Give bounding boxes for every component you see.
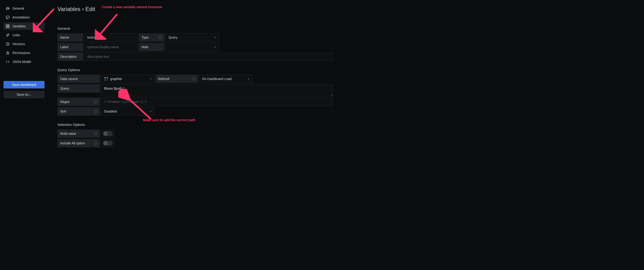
data-source-select[interactable]: graphite ▾ bbox=[101, 75, 154, 83]
sidebar-label: General bbox=[12, 6, 24, 10]
query-options-section: Query Options Data source graphite ▾ Ref… bbox=[58, 68, 635, 116]
main-content: Variables › Edit General Name Type i Que… bbox=[48, 0, 644, 270]
sidebar-label: Annotations bbox=[12, 15, 30, 19]
name-input[interactable] bbox=[84, 33, 138, 42]
refresh-select[interactable]: On Dashboard Load ▾ bbox=[199, 75, 252, 83]
link-icon bbox=[6, 33, 10, 37]
general-section: General Name Type i Query ▾ Label Hide ▾… bbox=[58, 26, 635, 61]
svg-point-11 bbox=[104, 79, 106, 81]
svg-rect-7 bbox=[8, 27, 9, 28]
sidebar-label: JSON Model bbox=[12, 60, 31, 64]
history-icon bbox=[6, 42, 10, 46]
svg-rect-8 bbox=[7, 53, 9, 54]
multi-value-toggle[interactable] bbox=[103, 131, 113, 136]
general-heading: General bbox=[58, 26, 635, 30]
query-label: Query bbox=[58, 84, 100, 93]
info-icon[interactable]: i bbox=[158, 36, 162, 39]
refresh-label: Refresh i bbox=[156, 75, 198, 83]
sidebar-buttons: Save dashboard Save As... bbox=[4, 81, 44, 98]
sidebar-label: Versions bbox=[12, 42, 25, 46]
lock-icon bbox=[6, 51, 10, 55]
comment-icon bbox=[6, 15, 10, 19]
annotation-correct-path: Make sure to add the correct path bbox=[143, 118, 196, 122]
regex-input[interactable] bbox=[101, 98, 333, 106]
svg-rect-5 bbox=[8, 25, 9, 26]
type-select[interactable]: Query ▾ bbox=[166, 33, 219, 42]
selection-options-heading: Selection Options bbox=[58, 123, 635, 127]
info-icon[interactable]: i bbox=[94, 132, 97, 135]
info-icon[interactable]: i bbox=[94, 100, 97, 103]
svg-point-2 bbox=[9, 8, 9, 9]
label-label: Label bbox=[58, 43, 83, 51]
info-icon[interactable]: i bbox=[192, 77, 195, 81]
multi-value-toggle-wrap bbox=[101, 129, 114, 138]
sidebar-item-versions[interactable]: Versions bbox=[4, 40, 44, 48]
dashboard-icon bbox=[6, 24, 10, 28]
svg-rect-3 bbox=[6, 16, 9, 18]
info-icon[interactable]: i bbox=[94, 141, 97, 145]
sliders-icon bbox=[6, 6, 10, 10]
sidebar-label: Variables bbox=[12, 24, 26, 28]
sort-select[interactable]: Disabled ▾ bbox=[101, 107, 154, 116]
svg-point-0 bbox=[6, 9, 7, 9]
sidebar-item-variables[interactable]: Variables bbox=[4, 22, 44, 30]
include-all-label: Include All option i bbox=[58, 139, 100, 147]
save-dashboard-button[interactable]: Save dashboard bbox=[4, 81, 44, 88]
svg-point-1 bbox=[8, 7, 8, 8]
sidebar-label: Links bbox=[12, 33, 20, 37]
chevron-down-icon: ▾ bbox=[150, 77, 152, 81]
hide-label: Hide bbox=[139, 43, 164, 51]
description-input[interactable] bbox=[84, 52, 333, 61]
code-icon bbox=[6, 60, 10, 64]
include-all-toggle[interactable] bbox=[103, 141, 113, 146]
sidebar-item-json-model[interactable]: JSON Model bbox=[4, 58, 44, 66]
save-as-button[interactable]: Save As... bbox=[4, 91, 44, 98]
hide-select[interactable]: ▾ bbox=[166, 43, 219, 51]
svg-rect-6 bbox=[6, 27, 8, 28]
sort-label: Sort i bbox=[58, 107, 100, 116]
info-icon[interactable]: i bbox=[94, 110, 97, 113]
query-options-heading: Query Options bbox=[58, 68, 635, 72]
type-label: Type i bbox=[139, 33, 164, 42]
svg-point-9 bbox=[104, 77, 106, 79]
multi-value-label: Multi-value i bbox=[58, 129, 100, 138]
selection-options-section: Selection Options Multi-value i Include … bbox=[58, 123, 635, 147]
sidebar-item-general[interactable]: General bbox=[4, 5, 44, 12]
chevron-down-icon: ▾ bbox=[150, 110, 152, 113]
include-all-toggle-wrap bbox=[101, 139, 114, 147]
chevron-down-icon: ▾ bbox=[214, 36, 216, 39]
svg-point-12 bbox=[107, 79, 108, 81]
chevron-down-icon: ▾ bbox=[248, 77, 249, 81]
page-title: Variables › Edit bbox=[58, 6, 635, 12]
description-label: Description bbox=[58, 52, 83, 61]
sidebar-item-annotations[interactable]: Annotations bbox=[4, 13, 44, 21]
sidebar-item-links[interactable]: Links bbox=[4, 31, 44, 39]
data-source-label: Data source bbox=[58, 75, 100, 83]
svg-point-10 bbox=[107, 77, 108, 79]
graphite-icon bbox=[104, 77, 108, 81]
regex-label: Regex i bbox=[58, 98, 100, 106]
name-label: Name bbox=[58, 33, 83, 42]
settings-sidebar: General Annotations Variables Links Vers… bbox=[0, 0, 48, 270]
label-input[interactable] bbox=[84, 43, 138, 51]
sidebar-label: Permissions bbox=[12, 51, 30, 55]
svg-rect-4 bbox=[6, 25, 8, 26]
sidebar-item-permissions[interactable]: Permissions bbox=[4, 49, 44, 57]
chevron-down-icon: ▾ bbox=[214, 46, 216, 49]
query-input[interactable] bbox=[101, 84, 333, 96]
